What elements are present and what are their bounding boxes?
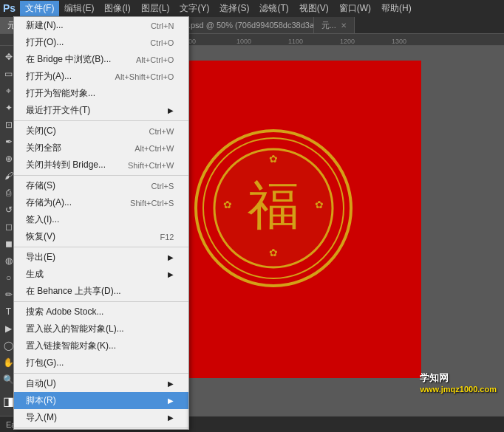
menu-item-new[interactable]: 新建(N)... Ctrl+N (14, 17, 188, 34)
tab-2-close[interactable]: ✕ (341, 21, 347, 30)
menu-item-revert[interactable]: 恢复(V) F12 (14, 228, 188, 245)
menu-text[interactable]: 文字(Y) (174, 1, 214, 16)
menu-item-adobe-stock[interactable]: 搜索 Adobe Stock... (14, 304, 188, 320)
menu-item-close-all[interactable]: 关闭全部 Alt+Ctrl+W (14, 140, 188, 157)
svg-text:✿: ✿ (223, 199, 232, 210)
menu-edit[interactable]: 编辑(E) (59, 1, 99, 16)
watermark: 学知网 www.jmqz1000.com (420, 371, 497, 394)
watermark-url: www.jmqz1000.com (420, 385, 497, 394)
menu-item-export[interactable]: 导出(E) ▶ (14, 249, 188, 266)
menu-item-recent[interactable]: 最近打开文件(T) ▶ (14, 102, 188, 119)
scripts-submenu: 图像处理器... 删除所有空图层 拼合所有蒙版 拼合所有图层效果 脚本事件管理器… (188, 391, 189, 430)
svg-text:✿: ✿ (269, 247, 278, 258)
menu-item-checkin[interactable]: 签入(I)... (14, 211, 188, 228)
menu-item-place-embed[interactable]: 置入嵌入的智能对象(L)... (14, 320, 188, 337)
menu-help[interactable]: 帮助(H) (376, 1, 417, 16)
menu-item-generate[interactable]: 生成 ▶ (14, 266, 188, 283)
menu-item-automate[interactable]: 自动(U) ▶ (14, 375, 188, 392)
menu-item-open[interactable]: 打开(O)... Ctrl+O (14, 34, 188, 51)
menu-item-close[interactable]: 关闭(C) Ctrl+W (14, 123, 188, 140)
menu-item-scripts[interactable]: 脚本(R) ▶ 图像处理器... 删除所有空图层 拼合所有蒙版 拼合所有图层效果… (14, 392, 188, 409)
menu-window[interactable]: 窗口(W) (334, 1, 376, 16)
menu-filter[interactable]: 滤镜(T) (254, 1, 293, 16)
menu-item-bridge[interactable]: 在 Bridge 中浏览(B)... Alt+Ctrl+O (14, 51, 188, 68)
svg-text:福: 福 (248, 177, 299, 234)
menu-layer[interactable]: 图层(L) (136, 1, 175, 16)
separator-1 (14, 120, 188, 121)
menu-item-place-link[interactable]: 置入链接智能对象(K)... (14, 337, 188, 354)
menu-item-close-bridge[interactable]: 关闭并转到 Bridge... Shift+Ctrl+W (14, 157, 188, 174)
separator-3 (14, 247, 188, 247)
menu-item-save-as[interactable]: 存储为(A)... Shift+Ctrl+S (14, 194, 188, 211)
separator-6 (14, 428, 188, 428)
tab-2-label: 元... (321, 20, 336, 31)
menu-view[interactable]: 视图(V) (294, 1, 334, 16)
gold-decoration-svg: 福 ✿ ✿ ✿ ✿ (192, 127, 355, 289)
separator-5 (14, 373, 188, 374)
menu-item-open-as[interactable]: 打开为(A)... Alt+Shift+Ctrl+O (14, 68, 188, 85)
tab-2[interactable]: 元... ✕ (314, 17, 355, 33)
watermark-site: 学知网 (420, 371, 497, 385)
menu-bar: Ps 文件(F) 编辑(E) 图像(I) 图层(L) 文字(Y) 选择(S) 滤… (0, 0, 504, 16)
menu-item-open-smart[interactable]: 打开为智能对象... (14, 85, 188, 102)
menu-item-import[interactable]: 导入(M) ▶ (14, 409, 188, 426)
separator-2 (14, 175, 188, 176)
menu-item-package[interactable]: 打包(G)... (14, 354, 188, 371)
menu-image[interactable]: 图像(I) (99, 1, 135, 16)
menu-select[interactable]: 选择(S) (214, 1, 254, 16)
file-dropdown-menu: 新建(N)... Ctrl+N 打开(O)... Ctrl+O 在 Bridge… (13, 16, 189, 430)
separator-4 (14, 301, 188, 302)
svg-text:✿: ✿ (315, 199, 324, 210)
menu-item-behance[interactable]: 在 Behance 上共享(D)... (14, 283, 188, 300)
svg-text:✿: ✿ (269, 153, 278, 165)
menu-item-save[interactable]: 存储(S) Ctrl+S (14, 177, 188, 194)
menu-file[interactable]: 文件(F) (20, 1, 59, 16)
ps-logo: Ps (3, 2, 16, 14)
